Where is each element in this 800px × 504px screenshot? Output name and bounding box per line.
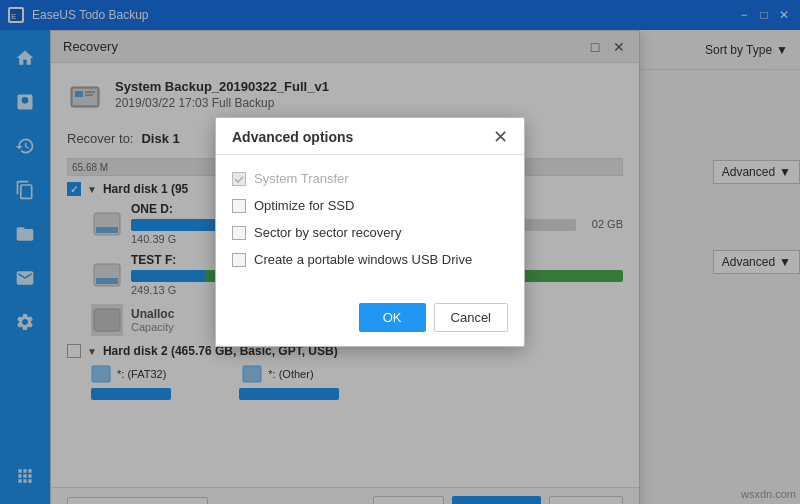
sector-checkbox[interactable] bbox=[232, 226, 246, 240]
dialog-option-system-transfer: System Transfer bbox=[232, 171, 508, 186]
system-transfer-label: System Transfer bbox=[254, 171, 349, 186]
dialog-option-ssd[interactable]: Optimize for SSD bbox=[232, 198, 508, 213]
dialog-cancel-button[interactable]: Cancel bbox=[434, 303, 508, 332]
dialog-option-usb[interactable]: Create a portable windows USB Drive bbox=[232, 252, 508, 267]
dialog-footer: OK Cancel bbox=[216, 295, 524, 346]
dialog-title: Advanced options bbox=[232, 129, 353, 145]
dialog-option-sector[interactable]: Sector by sector recovery bbox=[232, 225, 508, 240]
sector-label: Sector by sector recovery bbox=[254, 225, 401, 240]
dialog-close-button[interactable]: ✕ bbox=[493, 128, 508, 146]
dialog-body: System Transfer Optimize for SSD Sector … bbox=[216, 155, 524, 295]
usb-label: Create a portable windows USB Drive bbox=[254, 252, 472, 267]
dialog-overlay: Advanced options ✕ System Transfer Optim… bbox=[0, 0, 800, 504]
dialog-ok-button[interactable]: OK bbox=[359, 303, 426, 332]
dialog-title-bar: Advanced options ✕ bbox=[216, 118, 524, 155]
system-transfer-checkbox bbox=[232, 172, 246, 186]
usb-checkbox[interactable] bbox=[232, 253, 246, 267]
ssd-label: Optimize for SSD bbox=[254, 198, 354, 213]
ssd-checkbox[interactable] bbox=[232, 199, 246, 213]
advanced-options-dialog: Advanced options ✕ System Transfer Optim… bbox=[215, 117, 525, 347]
